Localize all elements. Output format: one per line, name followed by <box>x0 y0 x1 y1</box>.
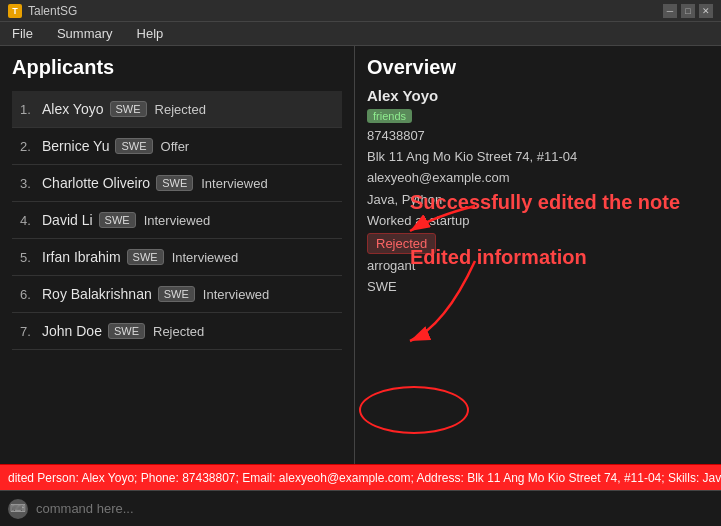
row-number-7: 7. <box>20 324 42 339</box>
status-4: Interviewed <box>144 213 210 228</box>
menu-bar: File Summary Help <box>0 22 721 46</box>
menu-help[interactable]: Help <box>133 24 168 43</box>
row-number-1: 1. <box>20 102 42 117</box>
applicant-row-4[interactable]: 4. David Li SWE Interviewed <box>12 202 342 239</box>
tag-badge-5: SWE <box>127 249 164 265</box>
applicant-name-7: John Doe <box>42 323 102 339</box>
app-icon: T <box>8 4 22 18</box>
status-3: Interviewed <box>201 176 267 191</box>
candidate-note2: arrogant <box>367 257 436 275</box>
applicant-row-2[interactable]: 2. Bernice Yu SWE Offer <box>12 128 342 165</box>
minimize-button[interactable]: ─ <box>663 4 677 18</box>
status-6: Interviewed <box>203 287 269 302</box>
applicant-name-3: Charlotte Oliveiro <box>42 175 150 191</box>
applicant-name-2: Bernice Yu <box>42 138 109 154</box>
command-icon: ⌨ <box>8 499 28 519</box>
row-number-2: 2. <box>20 139 42 154</box>
status-7: Rejected <box>153 324 204 339</box>
applicant-row-7[interactable]: 7. John Doe SWE Rejected <box>12 313 342 350</box>
tag-badge-3: SWE <box>156 175 193 191</box>
overview-title: Overview <box>367 56 709 79</box>
tag-badge-6: SWE <box>158 286 195 302</box>
command-input[interactable] <box>36 501 713 516</box>
menu-file[interactable]: File <box>8 24 37 43</box>
row-number-4: 4. <box>20 213 42 228</box>
maximize-button[interactable]: □ <box>681 4 695 18</box>
row-number-3: 3. <box>20 176 42 191</box>
row-number-5: 5. <box>20 250 42 265</box>
main-content: Applicants 1. Alex Yoyo SWE Rejected 2. … <box>0 46 721 464</box>
status-bar: dited Person: Alex Yoyo; Phone: 87438807… <box>0 464 721 490</box>
candidate-email: alexyeoh@example.com <box>367 169 709 187</box>
candidate-phone: 87438807 <box>367 127 709 145</box>
title-bar-left: T TalentSG <box>8 4 77 18</box>
tag-badge-7: SWE <box>108 323 145 339</box>
applicant-name-5: Irfan Ibrahim <box>42 249 121 265</box>
tag-badge-4: SWE <box>99 212 136 228</box>
row-number-6: 6. <box>20 287 42 302</box>
overview-panel: Overview Alex Yoyo friends 87438807 Blk … <box>355 46 721 464</box>
menu-summary[interactable]: Summary <box>53 24 117 43</box>
tag-badge-2: SWE <box>115 138 152 154</box>
command-bar: ⌨ <box>0 490 721 526</box>
candidate-name: Alex Yoyo <box>367 87 709 104</box>
tag-badge-1: SWE <box>110 101 147 117</box>
candidate-status: Rejected <box>367 233 436 254</box>
candidate-address: Blk 11 Ang Mo Kio Street 74, #11-04 <box>367 148 709 166</box>
applicant-name-6: Roy Balakrishnan <box>42 286 152 302</box>
annotation-text-2: Edited information <box>410 246 587 269</box>
applicants-title: Applicants <box>12 56 342 79</box>
app-title: TalentSG <box>28 4 77 18</box>
applicants-panel: Applicants 1. Alex Yoyo SWE Rejected 2. … <box>0 46 355 464</box>
status-bar-text: dited Person: Alex Yoyo; Phone: 87438807… <box>8 471 721 485</box>
applicant-row-6[interactable]: 6. Roy Balakrishnan SWE Interviewed <box>12 276 342 313</box>
applicant-name-4: David Li <box>42 212 93 228</box>
candidate-note1: Worked at startup <box>367 212 709 230</box>
close-button[interactable]: ✕ <box>699 4 713 18</box>
friends-badge: friends <box>367 109 412 123</box>
applicant-row-3[interactable]: 3. Charlotte Oliveiro SWE Interviewed <box>12 165 342 202</box>
status-1: Rejected <box>155 102 206 117</box>
applicant-name-1: Alex Yoyo <box>42 101 104 117</box>
title-bar-controls: ─ □ ✕ <box>663 4 713 18</box>
status-5: Interviewed <box>172 250 238 265</box>
candidate-tag: SWE <box>367 278 709 296</box>
applicant-row-5[interactable]: 5. Irfan Ibrahim SWE Interviewed <box>12 239 342 276</box>
title-bar: T TalentSG ─ □ ✕ <box>0 0 721 22</box>
applicant-row-1[interactable]: 1. Alex Yoyo SWE Rejected <box>12 91 342 128</box>
red-circle-annotation <box>359 386 469 434</box>
candidate-skills: Java, Python <box>367 191 709 209</box>
status-2: Offer <box>161 139 190 154</box>
